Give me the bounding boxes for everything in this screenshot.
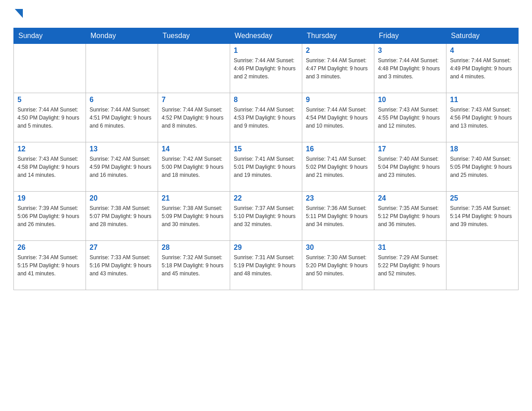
day-number: 1 — [234, 47, 298, 55]
day-number: 6 — [90, 96, 154, 104]
calendar-cell: 10Sunrise: 7:43 AM Sunset: 4:55 PM Dayli… — [374, 93, 446, 142]
day-info: Sunrise: 7:29 AM Sunset: 5:22 PM Dayligh… — [378, 253, 442, 278]
day-number: 14 — [162, 145, 226, 153]
day-number: 4 — [450, 47, 515, 55]
calendar-cell: 19Sunrise: 7:39 AM Sunset: 5:06 PM Dayli… — [14, 192, 86, 241]
calendar-cell: 2Sunrise: 7:44 AM Sunset: 4:47 PM Daylig… — [302, 44, 374, 93]
calendar-cell: 18Sunrise: 7:40 AM Sunset: 5:05 PM Dayli… — [446, 142, 519, 192]
day-number: 10 — [378, 96, 442, 104]
day-number: 11 — [450, 96, 515, 104]
day-info: Sunrise: 7:43 AM Sunset: 4:55 PM Dayligh… — [378, 106, 442, 130]
calendar-cell: 6Sunrise: 7:44 AM Sunset: 4:51 PM Daylig… — [86, 93, 158, 142]
header — [13, 9, 519, 20]
day-info: Sunrise: 7:44 AM Sunset: 4:47 PM Dayligh… — [306, 56, 370, 81]
day-info: Sunrise: 7:36 AM Sunset: 5:11 PM Dayligh… — [306, 204, 370, 228]
day-info: Sunrise: 7:42 AM Sunset: 5:00 PM Dayligh… — [162, 155, 226, 179]
day-info: Sunrise: 7:41 AM Sunset: 5:01 PM Dayligh… — [234, 155, 298, 179]
calendar-cell: 3Sunrise: 7:44 AM Sunset: 4:48 PM Daylig… — [374, 44, 446, 93]
day-info: Sunrise: 7:42 AM Sunset: 4:59 PM Dayligh… — [90, 155, 154, 179]
calendar-header: SundayMondayTuesdayWednesdayThursdayFrid… — [14, 28, 519, 44]
calendar-cell — [446, 241, 519, 290]
calendar-cell: 8Sunrise: 7:44 AM Sunset: 4:53 PM Daylig… — [230, 93, 302, 142]
day-number: 17 — [378, 145, 442, 153]
calendar-cell: 22Sunrise: 7:37 AM Sunset: 5:10 PM Dayli… — [230, 192, 302, 241]
day-info: Sunrise: 7:44 AM Sunset: 4:49 PM Dayligh… — [450, 56, 515, 81]
calendar-cell: 29Sunrise: 7:31 AM Sunset: 5:19 PM Dayli… — [230, 241, 302, 290]
day-info: Sunrise: 7:43 AM Sunset: 4:56 PM Dayligh… — [450, 106, 515, 130]
day-info: Sunrise: 7:44 AM Sunset: 4:53 PM Dayligh… — [234, 106, 298, 130]
day-number: 16 — [306, 145, 370, 153]
day-number: 2 — [306, 47, 370, 55]
day-number: 5 — [17, 96, 82, 104]
day-number: 7 — [162, 96, 226, 104]
calendar-cell: 15Sunrise: 7:41 AM Sunset: 5:01 PM Dayli… — [230, 142, 302, 192]
calendar-cell: 16Sunrise: 7:41 AM Sunset: 5:02 PM Dayli… — [302, 142, 374, 192]
day-number: 25 — [450, 194, 515, 202]
calendar-cell: 24Sunrise: 7:35 AM Sunset: 5:12 PM Dayli… — [374, 192, 446, 241]
calendar-cell: 14Sunrise: 7:42 AM Sunset: 5:00 PM Dayli… — [158, 142, 230, 192]
calendar-week-row: 1Sunrise: 7:44 AM Sunset: 4:46 PM Daylig… — [14, 44, 519, 93]
weekday-header-tuesday: Tuesday — [158, 28, 230, 44]
day-info: Sunrise: 7:30 AM Sunset: 5:20 PM Dayligh… — [306, 253, 370, 278]
logo-arrow-icon — [15, 9, 23, 20]
calendar-week-row: 19Sunrise: 7:39 AM Sunset: 5:06 PM Dayli… — [14, 192, 519, 241]
calendar-cell: 12Sunrise: 7:43 AM Sunset: 4:58 PM Dayli… — [14, 142, 86, 192]
day-info: Sunrise: 7:37 AM Sunset: 5:10 PM Dayligh… — [234, 204, 298, 228]
day-number: 13 — [90, 145, 154, 153]
calendar-week-row: 12Sunrise: 7:43 AM Sunset: 4:58 PM Dayli… — [14, 142, 519, 192]
day-info: Sunrise: 7:44 AM Sunset: 4:50 PM Dayligh… — [17, 106, 82, 130]
day-info: Sunrise: 7:35 AM Sunset: 5:14 PM Dayligh… — [450, 204, 515, 228]
day-number: 18 — [450, 145, 515, 153]
day-number: 22 — [234, 194, 298, 202]
calendar-cell: 21Sunrise: 7:38 AM Sunset: 5:09 PM Dayli… — [158, 192, 230, 241]
day-number: 23 — [306, 194, 370, 202]
day-info: Sunrise: 7:39 AM Sunset: 5:06 PM Dayligh… — [17, 204, 82, 228]
day-info: Sunrise: 7:44 AM Sunset: 4:52 PM Dayligh… — [162, 106, 226, 130]
day-number: 29 — [234, 244, 298, 252]
day-info: Sunrise: 7:41 AM Sunset: 5:02 PM Dayligh… — [306, 155, 370, 179]
calendar-week-row: 26Sunrise: 7:34 AM Sunset: 5:15 PM Dayli… — [14, 241, 519, 290]
day-number: 19 — [17, 194, 82, 202]
weekday-header-row: SundayMondayTuesdayWednesdayThursdayFrid… — [14, 28, 519, 44]
day-info: Sunrise: 7:44 AM Sunset: 4:54 PM Dayligh… — [306, 106, 370, 130]
day-number: 26 — [17, 244, 82, 252]
svg-marker-0 — [15, 9, 23, 18]
day-info: Sunrise: 7:32 AM Sunset: 5:18 PM Dayligh… — [162, 253, 226, 278]
calendar-cell: 17Sunrise: 7:40 AM Sunset: 5:04 PM Dayli… — [374, 142, 446, 192]
day-number: 24 — [378, 194, 442, 202]
logo — [13, 9, 23, 20]
calendar-cell: 1Sunrise: 7:44 AM Sunset: 4:46 PM Daylig… — [230, 44, 302, 93]
calendar-cell: 28Sunrise: 7:32 AM Sunset: 5:18 PM Dayli… — [158, 241, 230, 290]
calendar-body: 1Sunrise: 7:44 AM Sunset: 4:46 PM Daylig… — [14, 44, 519, 290]
calendar-cell — [86, 44, 158, 93]
day-info: Sunrise: 7:38 AM Sunset: 5:09 PM Dayligh… — [162, 204, 226, 228]
day-number: 21 — [162, 194, 226, 202]
day-number: 31 — [378, 244, 442, 252]
calendar-cell: 31Sunrise: 7:29 AM Sunset: 5:22 PM Dayli… — [374, 241, 446, 290]
weekday-header-monday: Monday — [86, 28, 158, 44]
weekday-header-wednesday: Wednesday — [230, 28, 302, 44]
calendar-cell: 27Sunrise: 7:33 AM Sunset: 5:16 PM Dayli… — [86, 241, 158, 290]
calendar-cell: 26Sunrise: 7:34 AM Sunset: 5:15 PM Dayli… — [14, 241, 86, 290]
calendar-cell: 9Sunrise: 7:44 AM Sunset: 4:54 PM Daylig… — [302, 93, 374, 142]
calendar-cell: 25Sunrise: 7:35 AM Sunset: 5:14 PM Dayli… — [446, 192, 519, 241]
day-info: Sunrise: 7:44 AM Sunset: 4:48 PM Dayligh… — [378, 56, 442, 81]
calendar-cell: 13Sunrise: 7:42 AM Sunset: 4:59 PM Dayli… — [86, 142, 158, 192]
day-number: 27 — [90, 244, 154, 252]
calendar-cell: 7Sunrise: 7:44 AM Sunset: 4:52 PM Daylig… — [158, 93, 230, 142]
weekday-header-thursday: Thursday — [302, 28, 374, 44]
day-info: Sunrise: 7:44 AM Sunset: 4:51 PM Dayligh… — [90, 106, 154, 130]
day-info: Sunrise: 7:38 AM Sunset: 5:07 PM Dayligh… — [90, 204, 154, 228]
calendar-cell — [14, 44, 86, 93]
day-info: Sunrise: 7:31 AM Sunset: 5:19 PM Dayligh… — [234, 253, 298, 278]
day-info: Sunrise: 7:33 AM Sunset: 5:16 PM Dayligh… — [90, 253, 154, 278]
calendar-cell: 11Sunrise: 7:43 AM Sunset: 4:56 PM Dayli… — [446, 93, 519, 142]
calendar-week-row: 5Sunrise: 7:44 AM Sunset: 4:50 PM Daylig… — [14, 93, 519, 142]
day-info: Sunrise: 7:34 AM Sunset: 5:15 PM Dayligh… — [17, 253, 82, 278]
weekday-header-friday: Friday — [374, 28, 446, 44]
calendar-cell: 23Sunrise: 7:36 AM Sunset: 5:11 PM Dayli… — [302, 192, 374, 241]
day-number: 15 — [234, 145, 298, 153]
day-number: 12 — [17, 145, 82, 153]
calendar-cell: 20Sunrise: 7:38 AM Sunset: 5:07 PM Dayli… — [86, 192, 158, 241]
day-number: 20 — [90, 194, 154, 202]
